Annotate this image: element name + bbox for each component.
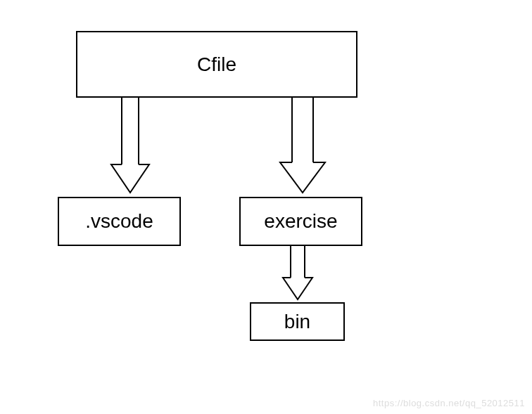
watermark-text: https://blog.csdn.net/qq_52012511 bbox=[373, 398, 525, 408]
arrow-exercise-to-bin bbox=[281, 246, 314, 302]
node-exercise: exercise bbox=[239, 197, 362, 246]
node-vscode: .vscode bbox=[58, 197, 181, 246]
arrow-root-to-exercise bbox=[278, 98, 327, 197]
arrow-root-to-vscode bbox=[109, 98, 151, 197]
diagram-container: Cfile .vscode exercise bin https://blog.… bbox=[0, 0, 532, 414]
node-bin: bin bbox=[250, 302, 345, 341]
node-exercise-label: exercise bbox=[264, 210, 337, 233]
node-root: Cfile bbox=[76, 31, 357, 98]
node-bin-label: bin bbox=[284, 311, 310, 333]
node-root-label: Cfile bbox=[197, 53, 236, 76]
node-vscode-label: .vscode bbox=[85, 210, 153, 233]
